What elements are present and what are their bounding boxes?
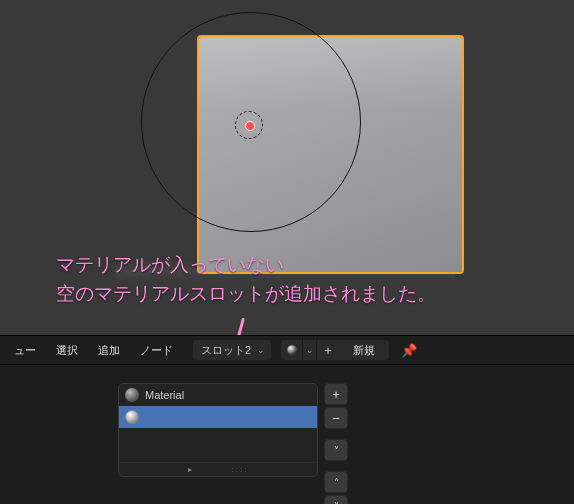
menu-view[interactable]: ュー	[6, 339, 44, 362]
material-slot-row-active[interactable]	[119, 406, 317, 428]
annotation-text: マテリアルが入っていない 空のマテリアルスロットが追加されました。	[56, 250, 436, 309]
material-slot-label: Material	[145, 389, 184, 401]
slot-selector-label: スロット2	[201, 343, 251, 358]
chevron-down-icon: ⌄	[257, 345, 265, 355]
svg-point-0	[287, 345, 297, 355]
annotation-line-2: 空のマテリアルスロットが追加されました。	[56, 279, 436, 308]
slot-side-buttons: + − ˅ ˄ ˅	[324, 383, 348, 504]
material-slot-selector[interactable]: スロット2 ⌄	[193, 340, 271, 360]
new-material-button[interactable]: 新規	[339, 343, 389, 358]
menu-add[interactable]: 追加	[90, 339, 128, 362]
move-slot-down-button[interactable]: ˅	[324, 495, 348, 504]
material-properties-panel: Material ▸ :::: + − ˅ ˄ ˅	[0, 365, 574, 504]
remove-slot-button[interactable]: −	[324, 407, 348, 429]
material-sphere-icon	[286, 344, 298, 356]
node-editor-header: ュー 選択 追加 ノード スロット2 ⌄ ⌄ + 新規 📌	[0, 335, 574, 365]
slot-specials-menu[interactable]: ˅	[324, 439, 348, 461]
add-slot-button[interactable]: +	[324, 383, 348, 405]
grip-dots-icon: ::::	[232, 465, 249, 474]
pin-icon[interactable]: 📌	[401, 343, 417, 358]
material-browse-chevron[interactable]: ⌄	[303, 340, 317, 360]
material-sphere-icon	[125, 388, 139, 402]
new-material-control: ⌄ + 新規	[281, 340, 389, 360]
material-slot-row[interactable]: Material	[119, 384, 317, 406]
menu-select[interactable]: 選択	[48, 339, 86, 362]
list-resize-handle[interactable]: ▸ ::::	[119, 462, 317, 476]
disclosure-triangle-icon: ▸	[188, 465, 192, 474]
new-material-plus-icon: +	[317, 343, 339, 358]
move-slot-up-button[interactable]: ˄	[324, 471, 348, 493]
material-slot-list[interactable]: Material ▸ ::::	[118, 383, 318, 477]
menu-node[interactable]: ノード	[132, 339, 181, 362]
annotation-line-1: マテリアルが入っていない	[56, 250, 436, 279]
viewport-3d[interactable]: マテリアルが入っていない 空のマテリアルスロットが追加されました。	[0, 0, 574, 335]
material-browse-button[interactable]	[281, 340, 303, 360]
material-sphere-icon-empty	[125, 410, 139, 424]
cursor-3d-icon	[235, 111, 263, 139]
